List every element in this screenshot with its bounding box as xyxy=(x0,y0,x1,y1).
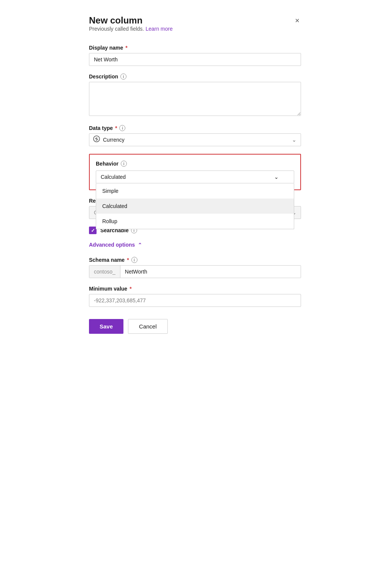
minimum-value-label: Minimum value * xyxy=(89,286,301,292)
description-input[interactable] xyxy=(89,82,301,116)
data-type-group: Data type * i $ Currency Text Number Dat… xyxy=(89,125,301,146)
minimum-value-required-star: * xyxy=(129,286,131,292)
behavior-dropdown-wrapper: Calculated ⌄ Simple Calculated Rollup xyxy=(96,170,294,183)
checkmark-icon: ✓ xyxy=(91,228,95,233)
panel-title: New column xyxy=(89,15,173,26)
searchable-checkbox[interactable]: ✓ xyxy=(89,227,97,234)
advanced-options-chevron-icon: ⌃ xyxy=(138,242,142,248)
panel-title-group: New column Previously called fields. Lea… xyxy=(89,15,173,42)
display-name-group: Display name * xyxy=(89,45,301,66)
behavior-label: Behavior i xyxy=(96,161,294,167)
learn-more-link[interactable]: Learn more xyxy=(145,26,173,32)
save-button[interactable]: Save xyxy=(89,319,123,334)
schema-name-info-icon: i xyxy=(131,257,137,263)
footer-buttons: Save Cancel xyxy=(89,319,301,334)
behavior-info-icon: i xyxy=(121,161,127,167)
schema-name-group: Schema name * i contoso_ xyxy=(89,257,301,278)
data-type-label: Data type * i xyxy=(89,125,301,131)
cancel-button[interactable]: Cancel xyxy=(128,319,168,334)
behavior-dropdown-list: Simple Calculated Rollup xyxy=(96,183,294,229)
display-name-input[interactable] xyxy=(89,53,301,66)
behavior-section: Behavior i Calculated ⌄ Simple Calculate… xyxy=(89,154,301,190)
schema-name-input[interactable] xyxy=(120,266,301,278)
behavior-chevron-icon: ⌄ xyxy=(274,174,279,180)
schema-name-label: Schema name * i xyxy=(89,257,301,263)
new-column-panel: New column Previously called fields. Lea… xyxy=(89,15,301,573)
minimum-value-input[interactable] xyxy=(89,294,301,307)
data-type-select-wrapper: $ Currency Text Number Date ⌄ xyxy=(89,133,301,146)
behavior-option-calculated[interactable]: Calculated xyxy=(96,199,294,214)
description-label: Description i xyxy=(89,74,301,80)
panel-header: New column Previously called fields. Lea… xyxy=(89,15,301,42)
data-type-select[interactable]: Currency Text Number Date xyxy=(89,133,301,146)
schema-input-group: contoso_ xyxy=(89,265,301,278)
schema-prefix: contoso_ xyxy=(89,266,120,278)
behavior-option-rollup[interactable]: Rollup xyxy=(96,214,294,229)
behavior-dropdown-selected[interactable]: Calculated ⌄ xyxy=(96,170,294,183)
required-star: * xyxy=(125,45,127,51)
data-type-info-icon: i xyxy=(119,125,125,131)
currency-icon: $ xyxy=(93,135,100,145)
display-name-label: Display name * xyxy=(89,45,301,51)
behavior-option-simple[interactable]: Simple xyxy=(96,183,294,199)
panel-subtitle: Previously called fields. Learn more xyxy=(89,26,173,32)
description-group: Description i xyxy=(89,74,301,117)
advanced-options-toggle[interactable]: Advanced options ⌃ xyxy=(89,242,301,248)
close-button[interactable]: × xyxy=(293,15,301,26)
data-type-required-star: * xyxy=(115,125,117,131)
minimum-value-group: Minimum value * xyxy=(89,286,301,307)
schema-name-required-star: * xyxy=(127,257,129,263)
description-info-icon: i xyxy=(120,74,126,80)
